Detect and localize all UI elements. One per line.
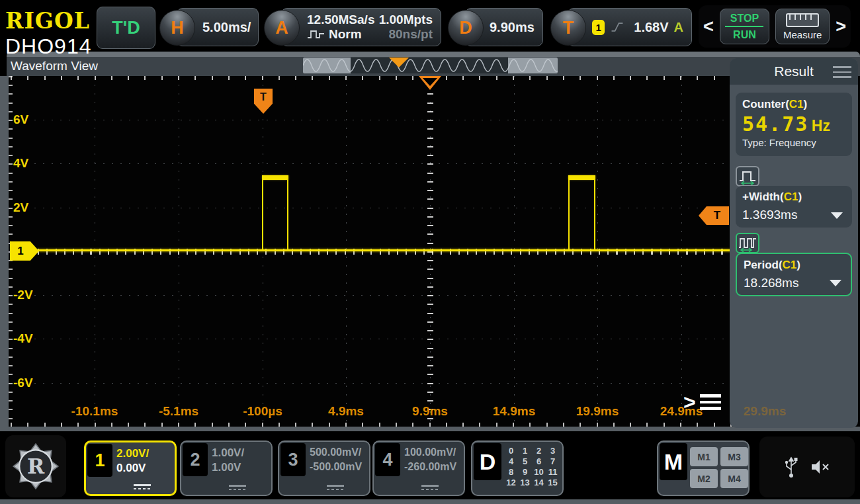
speaker-muted-icon[interactable] <box>810 458 830 476</box>
channel3-offset: -500.00mV <box>310 461 362 473</box>
counter-value: 54.73 <box>742 112 808 136</box>
period-icon <box>736 233 759 253</box>
trigger-position-flag[interactable]: T <box>254 89 273 114</box>
digital-label: D <box>474 443 501 480</box>
result-panel-header[interactable]: Result <box>730 58 858 85</box>
trigger-status-button[interactable]: T'D <box>97 7 155 49</box>
a-knob-letter: A <box>275 18 288 38</box>
trigger-level-marker[interactable]: T <box>699 206 729 225</box>
x-axis-label: -10.1ms <box>71 404 118 419</box>
h-knob-letter: H <box>171 18 184 38</box>
channel1-marker-label: 1 <box>17 245 23 258</box>
svg-text:R: R <box>27 454 45 478</box>
math-label: M <box>660 443 687 480</box>
channel1-number: 1 <box>87 444 112 477</box>
channel3-card[interactable]: 3 500.00mV/ -500.00mV <box>278 441 370 496</box>
width-label: +Width(C1) <box>742 190 845 204</box>
trigger-level-value: 1.68V <box>634 20 668 35</box>
channel1-scale: 2.00V/ <box>116 447 149 460</box>
result-title: Result <box>774 63 814 79</box>
math-m4-button[interactable]: M4 <box>720 469 748 488</box>
counter-card[interactable]: Counter(C1) 54.73 Hz Type: Frequency <box>736 93 852 156</box>
acquire-knob[interactable]: A <box>264 10 300 46</box>
y-axis-label: 4V <box>13 156 28 171</box>
channel2-card[interactable]: 2 1.00V/ 1.00V <box>180 441 273 496</box>
period-dropdown-caret[interactable] <box>830 280 841 286</box>
acquire-mode: Norm <box>329 27 362 42</box>
menu-expand-icon[interactable]: > <box>683 392 721 413</box>
channel2-scale: 1.00V/ <box>212 446 244 460</box>
channel3-coupling-icon <box>327 485 344 490</box>
math-m1-button[interactable]: M1 <box>690 447 718 466</box>
waveform-navigation-strip[interactable] <box>303 58 558 73</box>
channel4-card[interactable]: 4 100.00mV/ -260.00mV <box>372 441 465 496</box>
waveform-trace-ch1-baseline <box>38 249 734 251</box>
y-axis-label: -2V <box>13 288 33 302</box>
acquire-waveform-icon <box>307 29 325 40</box>
x-axis-label: 19.9ms <box>576 404 619 419</box>
trigger-source-badge: 1 <box>592 20 605 35</box>
channel2-coupling-icon <box>229 485 246 490</box>
toolbar-prev-arrow[interactable]: < <box>703 18 714 36</box>
acquire-box[interactable]: 12.50MSa/s Norm 1.00Mpts 80ns/pt <box>281 8 441 46</box>
width-measurement-card[interactable]: +Width(C1) 1.3693ms <box>736 186 852 228</box>
pulse-width-icon <box>736 166 759 187</box>
sample-resolution: 80ns/pt <box>388 27 433 42</box>
trigger-sweep-mode: A <box>674 20 683 35</box>
trigger-status-label: T'D <box>112 18 140 38</box>
status-icon-tray <box>759 437 855 497</box>
toolbar-next-arrow[interactable]: > <box>836 18 846 36</box>
math-card[interactable]: M M1 M3 M2 M4 <box>657 441 750 496</box>
usb-icon[interactable] <box>784 455 798 479</box>
channel1-coupling-icon <box>134 484 151 489</box>
gear-icon: R <box>12 442 60 490</box>
stop-run-button[interactable]: STOP RUN <box>720 9 769 44</box>
rising-edge-icon <box>610 19 624 35</box>
x-axis-label: -100µs <box>243 404 282 419</box>
memory-depth: 1.00Mpts <box>379 13 433 27</box>
rigol-gear-logo[interactable]: R <box>5 435 66 497</box>
horizontal-scale-value: 5.00ms/ <box>202 20 251 35</box>
horizontal-knob[interactable]: H <box>159 10 195 46</box>
math-m3-button[interactable]: M3 <box>720 447 748 466</box>
x-axis-label: 9.9ms <box>412 404 448 419</box>
y-axis-label: -4V <box>13 331 33 346</box>
x-axis-label-faded: 29.9ms <box>744 404 786 419</box>
digital-channels-card[interactable]: D 0123 4567 891011 12131415 <box>471 441 564 496</box>
math-m2-button[interactable]: M2 <box>690 469 718 488</box>
channel4-offset: -260.00mV <box>404 461 456 473</box>
result-panel: Result Counter(C1) 54.73 Hz Type: Freque… <box>730 58 858 428</box>
measure-label: Measure <box>783 29 822 40</box>
channel3-number: 3 <box>280 443 306 476</box>
waveform-trace-ch1-pulse2 <box>568 175 595 251</box>
channel2-number: 2 <box>183 443 208 476</box>
counter-unit: Hz <box>812 117 830 134</box>
digital-bits-grid: 0123 4567 891011 12131415 <box>504 446 560 487</box>
toolbar-group: < STOP RUN Measure > <box>699 5 851 48</box>
period-measurement-card[interactable]: Period(C1) 18.268ms <box>736 253 852 296</box>
x-axis-label: 14.9ms <box>493 404 535 419</box>
nav-sine-preview <box>303 58 558 73</box>
oscilloscope-screen: RIGOL DHO914 T'D 5.00ms/ H 12.50MSa/s No… <box>0 0 860 504</box>
counter-type: Type: Frequency <box>742 137 845 148</box>
waveform-trace-ch1-pulse1 <box>262 175 288 251</box>
stop-run-divider <box>725 26 763 27</box>
sample-rate: 12.50MSa/s <box>307 13 374 27</box>
window-frame-left <box>0 76 9 431</box>
hamburger-menu-icon[interactable] <box>833 66 851 78</box>
y-axis-label: 2V <box>13 200 28 215</box>
delay-position-icon[interactable] <box>419 76 441 90</box>
t-knob-letter: T <box>563 18 574 38</box>
width-dropdown-caret[interactable] <box>831 212 843 219</box>
measure-button[interactable]: Measure <box>775 9 830 44</box>
channel1-offset: 0.00V <box>116 462 146 475</box>
nav-trigger-position-icon[interactable] <box>389 58 409 67</box>
delay-knob[interactable]: D <box>448 10 484 46</box>
channel1-offset-marker[interactable]: 1 <box>10 241 39 261</box>
trigger-box[interactable]: 1 1.68V A <box>568 8 692 46</box>
channel1-card[interactable]: 1 2.00V/ 0.00V <box>84 441 177 496</box>
channel3-scale: 500.00mV/ <box>310 446 361 458</box>
trigger-knob[interactable]: T <box>550 10 586 46</box>
period-label: Period(C1) <box>744 259 844 272</box>
delay-value: 9.90ms <box>490 20 535 35</box>
